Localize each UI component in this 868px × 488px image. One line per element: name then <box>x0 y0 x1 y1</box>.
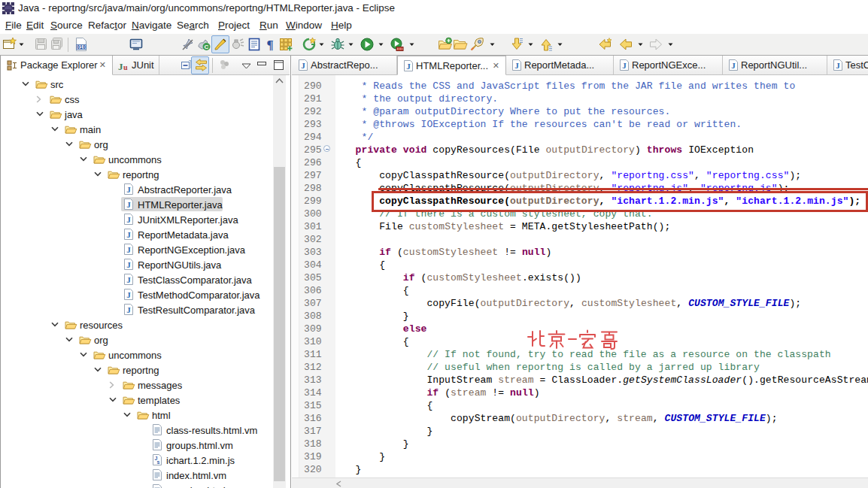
svg-text:J: J <box>126 275 131 284</box>
svg-text:J: J <box>126 215 131 224</box>
svg-text:J: J <box>731 61 736 70</box>
svg-text:J: J <box>836 61 840 70</box>
svg-text:J: J <box>126 185 131 194</box>
svg-text:J: J <box>118 62 123 71</box>
svg-text:¶: ¶ <box>266 38 273 52</box>
svg-text:010: 010 <box>77 45 86 50</box>
svg-text:J: J <box>126 230 131 239</box>
svg-text:J: J <box>514 61 519 70</box>
svg-text:J: J <box>126 245 131 254</box>
svg-text:C: C <box>205 44 209 50</box>
svg-text:J: J <box>406 62 411 71</box>
svg-text:J: J <box>126 260 131 269</box>
svg-text:J: J <box>301 61 305 70</box>
svg-text:J: J <box>126 305 131 314</box>
svg-text:u: u <box>123 63 128 71</box>
svg-text:s: s <box>157 459 160 465</box>
svg-text:J: J <box>126 290 131 299</box>
svg-text:J: J <box>126 200 131 209</box>
svg-text:J: J <box>622 61 627 70</box>
